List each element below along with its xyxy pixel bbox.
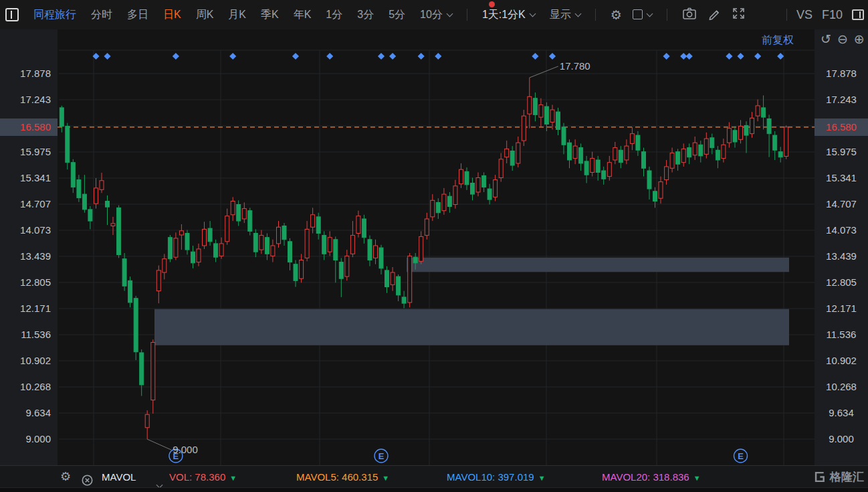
toolbar-divider xyxy=(467,9,467,21)
candle xyxy=(134,296,138,360)
chart-style-selector[interactable] xyxy=(633,9,652,21)
candle xyxy=(334,236,338,282)
panel-right-icon[interactable] xyxy=(852,9,864,20)
symbol-name[interactable]: 同程旅行 xyxy=(33,8,76,22)
news-diamond-icon xyxy=(726,53,732,60)
news-diamond-icon xyxy=(229,53,236,60)
tab-10min-dropdown[interactable]: 10分 xyxy=(420,8,452,22)
tab-1min[interactable]: 1分 xyxy=(326,8,342,22)
y-axis-label: 17.878 xyxy=(815,65,868,82)
gelonghui-watermark: 格隆汇 xyxy=(813,466,864,488)
candle xyxy=(282,223,286,246)
indicator-mavol10[interactable]: MAVOL10: 397.019▼ xyxy=(447,466,546,488)
f10-button[interactable]: F10 xyxy=(822,8,843,22)
adjust-mode-selector[interactable]: 前复权 xyxy=(762,33,794,48)
y-axis-label: 12.805 xyxy=(815,274,868,291)
y-axis-label: 9.634 xyxy=(815,404,868,422)
down-triangle-icon: ▼ xyxy=(382,474,389,482)
display-menu[interactable]: 显示 xyxy=(550,8,580,22)
candle xyxy=(528,78,532,129)
candle xyxy=(590,152,594,177)
fullscreen-expand-icon[interactable] xyxy=(732,7,746,23)
gelonghui-logo-icon xyxy=(813,471,826,483)
settings-gear-icon[interactable]: ⚙ xyxy=(611,9,622,21)
candle xyxy=(345,250,349,280)
tab-yearly-k[interactable]: 年K xyxy=(294,8,312,22)
event-marker: E xyxy=(374,449,388,463)
indicator-settings-icon[interactable]: ⚙ xyxy=(60,466,71,488)
tab-monthly-k[interactable]: 月K xyxy=(228,8,246,22)
indicator-mavol20[interactable]: MAVOL20: 318.836▼ xyxy=(602,466,701,488)
candle xyxy=(442,188,446,215)
candle xyxy=(459,163,463,188)
candle xyxy=(670,148,674,173)
tab-quarterly-k[interactable]: 季K xyxy=(261,8,279,22)
news-diamond-icon xyxy=(292,53,299,60)
candle xyxy=(231,197,235,221)
y-axis-label: 14.073 xyxy=(0,222,58,239)
halt-band xyxy=(154,309,789,345)
candle xyxy=(191,246,195,268)
candle xyxy=(66,123,70,170)
y-axis-label: 10.902 xyxy=(0,352,58,370)
indicator-name[interactable]: MAVOL xyxy=(102,466,136,488)
candle xyxy=(248,208,252,235)
candle xyxy=(744,121,748,153)
candle xyxy=(271,240,275,262)
news-diamond-icon xyxy=(777,53,784,60)
candle xyxy=(339,258,343,297)
indicator-mavol5[interactable]: MAVOL5: 460.315▼ xyxy=(296,466,389,488)
tab-intraday[interactable]: 分时 xyxy=(91,8,112,22)
candle xyxy=(151,339,155,414)
candle xyxy=(778,147,782,162)
candle xyxy=(259,230,263,254)
candle xyxy=(391,267,395,291)
y-axis-label: 14.073 xyxy=(815,222,868,239)
candle xyxy=(179,224,183,250)
zoom-in-icon[interactable]: ⊕ xyxy=(854,31,865,47)
candle xyxy=(642,148,646,177)
news-diamond-icon xyxy=(435,53,441,60)
candle xyxy=(739,120,743,143)
news-diamond-icon xyxy=(418,53,425,60)
down-triangle-icon: ▼ xyxy=(229,474,237,482)
candle xyxy=(145,410,149,439)
zoom-out-icon[interactable]: ⊖ xyxy=(837,31,848,47)
vs-compare-button[interactable]: VS xyxy=(796,8,812,22)
toolbar-divider xyxy=(786,9,787,21)
candlestick-svg[interactable]: EEE17.7809.000 xyxy=(0,0,868,492)
tab-daily-k[interactable]: 日K xyxy=(163,8,181,22)
indicator-vol[interactable]: VOL: 78.360▼ xyxy=(169,466,237,488)
candle xyxy=(253,229,257,257)
candle xyxy=(225,209,229,245)
tab-multi-day[interactable]: 多日 xyxy=(127,8,148,22)
tab-weekly-k[interactable]: 周K xyxy=(196,8,214,22)
draw-pencil-icon[interactable] xyxy=(708,7,721,23)
candle xyxy=(408,253,412,307)
layout-panel-icon[interactable] xyxy=(5,8,19,21)
candle xyxy=(374,240,378,264)
candle xyxy=(687,143,691,164)
prev-close-price-label: 16.580 xyxy=(0,118,58,136)
reset-undo-icon[interactable]: ↺ xyxy=(821,31,831,47)
candle xyxy=(174,232,178,260)
indicator-close-icon[interactable] xyxy=(82,471,93,483)
tab-5min[interactable]: 5分 xyxy=(389,8,405,22)
svg-text:E: E xyxy=(378,451,385,461)
candle xyxy=(465,167,469,190)
news-diamond-icon xyxy=(104,53,110,60)
y-axis-label: 10.268 xyxy=(815,378,868,396)
candle xyxy=(122,253,126,291)
candle xyxy=(539,98,543,127)
event-marker: E xyxy=(734,449,748,463)
screenshot-camera-icon[interactable] xyxy=(682,7,697,23)
tab-3min[interactable]: 3分 xyxy=(357,8,374,22)
y-axis-label: 12.171 xyxy=(0,300,58,317)
candle xyxy=(305,221,309,261)
interval-selector[interactable]: 1天:1分K xyxy=(482,8,535,22)
candle xyxy=(602,167,606,185)
candle xyxy=(676,149,680,171)
halt-band xyxy=(407,258,789,272)
y-axis-label: 10.268 xyxy=(0,378,58,396)
candle xyxy=(471,178,475,201)
